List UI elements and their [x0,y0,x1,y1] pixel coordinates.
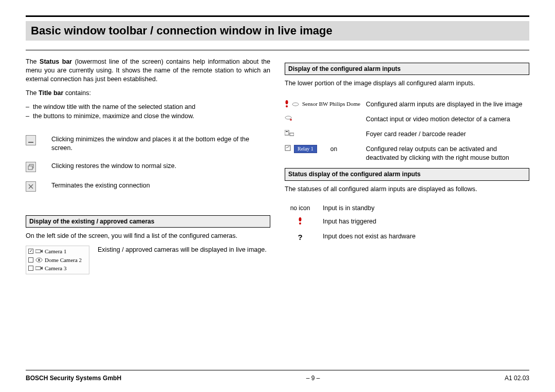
svg-line-20 [286,146,289,148]
cameras-heading: Display of the existing / approved camer… [26,215,270,228]
alarm-foyer-row: Foyer card reader / barcode reader [285,130,529,139]
svg-rect-16 [285,130,289,135]
minimize-row: Clicking minimizes the window and places… [26,135,270,153]
card-reader-icon [285,130,294,138]
exclamation-icon [285,100,289,107]
foyer-desc: Foyer card reader / barcode reader [366,130,529,139]
icon-cell [26,181,44,192]
svg-marker-10 [41,267,43,270]
sensor-icon [292,101,299,106]
camera-label: Dome Camera 2 [45,256,82,265]
relay-state: on [330,145,337,153]
minimize-icon [26,135,36,145]
svg-rect-2 [28,166,32,170]
camera-icon [35,249,43,254]
alarm-sensor-row: Sensor BW Philips Dome Configured alarm … [285,100,529,109]
title-bar-list: the window title with the name of the se… [26,103,270,121]
status-standby-row: no icon Input is in standby [285,204,529,213]
footer-version: A1 02.03 [505,375,529,382]
icon-cell [26,162,44,172]
camera-row: ✓ Camera 1 [28,247,87,256]
relay-desc: Configured relay outputs can be activate… [366,145,529,162]
camera-label: Camera 3 [45,264,66,273]
checkbox-icon [28,257,33,263]
text: The [26,58,40,65]
camera-row: Dome Camera 2 [28,256,87,265]
svg-point-22 [299,222,301,225]
cameras-paragraph: On the left side of the screen, you will… [26,232,270,240]
text: contains: [63,89,91,97]
left-column: The Status bar (lowermost line of the sc… [26,58,270,274]
svg-rect-18 [290,133,294,136]
status-bar-label: Status bar [40,58,72,65]
svg-point-8 [38,259,40,261]
title-bar-intro: The Title bar contains: [26,89,270,98]
alarm-icon-cell: Relay 1 on [285,145,362,154]
title-underline [26,50,529,50]
camera-desc: Existing / approved cameras will be disp… [98,246,267,254]
status-text: Input does not exist as hardware [323,232,416,241]
status-heading: Status display of the configured alarm i… [285,168,529,180]
checkbox-icon [28,266,33,271]
content-columns: The Status bar (lowermost line of the sc… [26,58,529,274]
question-icon: ? [285,232,316,242]
restore-icon [26,162,36,172]
camera-label: Camera 1 [45,247,66,256]
status-bar-paragraph: The Status bar (lowermost line of the sc… [26,58,270,84]
close-icon [26,181,36,192]
restore-text: Clicking restores the window to normal s… [51,162,270,171]
alarm-icon-cell [285,130,362,138]
page-title: Basic window toolbar / connection window… [26,21,529,41]
svg-rect-5 [35,250,41,253]
status-triggered-row: Input has triggered [285,217,529,227]
close-text: Terminates the existing connection [51,181,270,190]
alarm-relay-row: Relay 1 on Configured relay outputs can … [285,145,529,162]
sensor-desc: Configured alarm inputs are displayed in… [366,100,529,109]
list-item: the buttons to minimize, maximize and cl… [33,112,270,121]
top-rule [26,15,529,17]
checkbox-checked-icon: ✓ [28,249,33,254]
dome-camera-icon [35,257,43,263]
icon-cell [26,135,44,145]
exclamation-icon [285,217,316,227]
contact-desc: Contact input or video motion detector o… [366,115,529,124]
footer-company: BOSCH Security Systems GmbH [26,375,121,382]
alarm-paragraph: The lower portion of the image displays … [285,79,529,88]
sensor-label: Sensor BW Philips Dome [302,100,360,108]
footer-line: BOSCH Security Systems GmbH – 9 – A1 02.… [26,375,529,382]
svg-point-13 [292,103,299,106]
relay-icon [285,145,291,153]
alarm-contact-row: Contact input or video motion detector o… [285,115,529,124]
page: Basic window toolbar / connection window… [0,0,555,392]
status-paragraph: The statuses of all configured alarm inp… [285,185,529,194]
title-bar-label: Title bar [39,89,63,97]
status-icon-none: no icon [285,204,316,212]
footer-page: – 9 – [306,375,320,382]
footer-rule [26,370,529,370]
svg-point-12 [286,105,288,107]
restore-row: Clicking restores the window to normal s… [26,162,270,172]
alarm-heading: Display of the configured alarm inputs [285,63,529,75]
camera-icon [35,266,43,271]
list-item: the window title with the name of the se… [33,103,270,111]
svg-rect-19 [285,145,290,151]
close-row: Terminates the existing connection [26,181,270,192]
svg-point-21 [299,217,302,221]
minimize-text: Clicking minimizes the window and places… [51,135,270,153]
right-column: Display of the configured alarm inputs T… [285,58,529,274]
svg-marker-6 [41,250,43,253]
svg-point-15 [290,119,292,121]
svg-point-11 [286,100,288,104]
svg-rect-9 [35,267,41,270]
status-text: Input has triggered [323,217,376,226]
status-missing-row: ? Input does not exist as hardware [285,232,529,242]
svg-rect-17 [286,131,288,132]
svg-rect-0 [28,142,33,143]
camera-list-box: ✓ Camera 1 Dome Camera 2 Camera 3 [26,246,89,274]
alarm-icon-cell: Sensor BW Philips Dome [285,100,362,108]
contact-icon [285,115,292,120]
alarm-icon-cell [285,115,362,120]
footer: BOSCH Security Systems GmbH – 9 – A1 02.… [0,370,555,382]
svg-point-14 [285,116,291,119]
camera-row: Camera 3 [28,264,87,273]
